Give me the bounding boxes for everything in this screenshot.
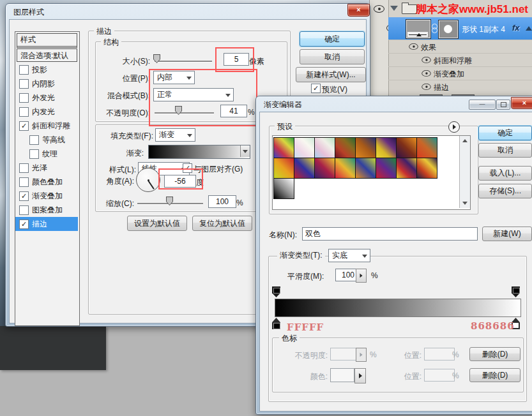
- preview-checkbox[interactable]: ✓: [311, 84, 321, 93]
- opacity-slider[interactable]: [155, 112, 214, 114]
- style-item-外发光[interactable]: 外发光: [15, 91, 78, 105]
- style-item-颜色叠加[interactable]: 颜色叠加: [15, 175, 78, 189]
- gradient-ok-button[interactable]: 确定: [478, 126, 532, 140]
- style-item-checkbox[interactable]: ✓: [19, 219, 29, 229]
- eye-icon[interactable]: [409, 43, 418, 50]
- style-item-checkbox[interactable]: [19, 93, 29, 103]
- minimize-button[interactable]: —: [469, 100, 496, 110]
- gradient-cancel-button[interactable]: 取消: [478, 143, 532, 158]
- gradient-preset-11[interactable]: [315, 158, 335, 178]
- gradient-type-combo[interactable]: 实底: [328, 249, 370, 262]
- color-stop-left[interactable]: [272, 318, 280, 329]
- stop-color-menu-button[interactable]: [354, 368, 366, 383]
- gradient-preset-2[interactable]: [294, 138, 314, 158]
- layer-style-close-button[interactable]: ×: [347, 4, 370, 17]
- load-button[interactable]: 载入(L)...: [478, 166, 532, 181]
- effect-row-描边[interactable]: 描边: [388, 80, 532, 93]
- style-item-纹理[interactable]: 纹理: [15, 147, 78, 161]
- angle-dial[interactable]: [136, 168, 160, 192]
- gradient-preset-16[interactable]: [417, 158, 437, 178]
- style-item-checkbox[interactable]: [19, 205, 29, 215]
- style-item-光泽[interactable]: 光泽: [15, 161, 78, 175]
- gradient-preset-3[interactable]: [315, 138, 335, 158]
- maximize-button[interactable]: [496, 100, 510, 110]
- gradient-preset-5[interactable]: [356, 138, 376, 158]
- layer-style-ok-button[interactable]: 确定: [300, 31, 365, 47]
- eye-icon[interactable]: [422, 84, 430, 90]
- style-item-等高线[interactable]: 等高线: [15, 133, 78, 147]
- gradient-preset-6[interactable]: [376, 138, 396, 158]
- layer-thumbnail[interactable]: [406, 19, 431, 39]
- fill-type-combo[interactable]: 渐变: [155, 128, 195, 142]
- styles-header[interactable]: 样式: [17, 33, 77, 48]
- style-item-内阴影[interactable]: 内阴影: [15, 77, 78, 91]
- reset-default-button[interactable]: 复位为默认值: [192, 216, 252, 231]
- gradient-preset-12[interactable]: [335, 158, 355, 178]
- style-item-checkbox[interactable]: ✓: [19, 121, 29, 131]
- style-item-checkbox[interactable]: [19, 65, 29, 75]
- style-item-图案叠加[interactable]: 图案叠加: [15, 203, 78, 217]
- effect-row-渐变叠加[interactable]: 渐变叠加: [388, 66, 532, 80]
- presets-menu-button[interactable]: [448, 121, 460, 133]
- align-checkbox[interactable]: ✓: [183, 163, 192, 173]
- gradient-preset-15[interactable]: [397, 158, 416, 178]
- delete-opacity-stop-button[interactable]: 删除(D): [469, 347, 521, 361]
- size-value-field[interactable]: 5: [224, 53, 249, 66]
- size-slider[interactable]: [155, 61, 212, 62]
- style-item-checkbox[interactable]: [19, 177, 29, 187]
- set-default-button[interactable]: 设置为默认值: [127, 216, 187, 231]
- expand-triangle-icon[interactable]: [390, 6, 398, 11]
- style-item-渐变叠加[interactable]: ✓渐变叠加: [15, 189, 78, 203]
- blend-options-item[interactable]: 混合选项:默认: [17, 48, 77, 62]
- gradient-preview-combo[interactable]: [148, 145, 250, 159]
- opacity-stop-right[interactable]: [512, 286, 520, 297]
- eye-icon[interactable]: [374, 5, 384, 13]
- gradient-bar[interactable]: [275, 299, 521, 317]
- style-item-斜面和浮雕[interactable]: ✓斜面和浮雕: [15, 119, 78, 133]
- scroll-down-icon[interactable]: [462, 202, 467, 205]
- new-gradient-button[interactable]: 新建(W): [482, 227, 532, 241]
- gradient-preset-9[interactable]: [274, 158, 294, 178]
- presets-scrollbar[interactable]: [459, 136, 470, 208]
- eye-icon[interactable]: [422, 70, 430, 77]
- new-style-button[interactable]: 新建样式(W)...: [296, 67, 366, 82]
- effect-row-斜面和浮雕[interactable]: 斜面和浮雕: [388, 53, 532, 66]
- layer-style-cancel-button[interactable]: 取消: [300, 49, 365, 64]
- angle-value-field[interactable]: -56: [164, 175, 196, 188]
- gradient-preset-13[interactable]: [356, 158, 376, 178]
- effect-row-效果[interactable]: 效果: [388, 40, 532, 53]
- style-item-checkbox[interactable]: [29, 149, 39, 159]
- opacity-value-field[interactable]: 41: [220, 105, 247, 117]
- name-field[interactable]: 双色: [302, 227, 478, 241]
- scroll-up-icon[interactable]: [462, 139, 467, 142]
- eye-icon[interactable]: [422, 57, 430, 63]
- gradient-preset-7[interactable]: [397, 138, 416, 158]
- save-button[interactable]: 存储(S)...: [478, 184, 532, 198]
- mask-thumbnail[interactable]: [438, 20, 459, 39]
- gradient-preset-1[interactable]: [274, 138, 294, 158]
- style-item-checkbox[interactable]: [19, 79, 29, 89]
- smoothness-spin-button[interactable]: [356, 269, 367, 283]
- style-item-投影[interactable]: 投影: [15, 63, 78, 77]
- scale-value-field[interactable]: 100: [208, 195, 236, 208]
- style-item-checkbox[interactable]: [29, 135, 39, 145]
- gradient-combo-arrow[interactable]: [240, 145, 250, 157]
- blend-mode-combo[interactable]: 正常: [153, 88, 234, 101]
- layer-name[interactable]: 形状 1副本 4: [462, 24, 505, 35]
- delete-color-stop-button[interactable]: 删除(D): [469, 368, 521, 382]
- style-item-描边[interactable]: ✓描边: [15, 217, 78, 231]
- style-item-内发光[interactable]: 内发光: [15, 105, 78, 119]
- gradient-preset-10[interactable]: [294, 158, 314, 178]
- style-item-checkbox[interactable]: [19, 107, 29, 117]
- gradient-preset-14[interactable]: [376, 158, 396, 178]
- gradient-preset-4[interactable]: [335, 138, 355, 158]
- collapse-effects-icon[interactable]: [526, 26, 532, 31]
- gradient-preset-8[interactable]: [417, 138, 437, 158]
- gradient-editor-close-button[interactable]: ×: [511, 97, 532, 109]
- style-item-checkbox[interactable]: ✓: [19, 191, 29, 201]
- gradient-preset-17[interactable]: [274, 179, 294, 198]
- fx-icon[interactable]: fx: [512, 23, 520, 33]
- layer-row-selected[interactable]: 形状 1副本 4 fx: [388, 17, 532, 40]
- opacity-stop-left[interactable]: [272, 286, 280, 297]
- position-combo[interactable]: 内部: [153, 71, 195, 84]
